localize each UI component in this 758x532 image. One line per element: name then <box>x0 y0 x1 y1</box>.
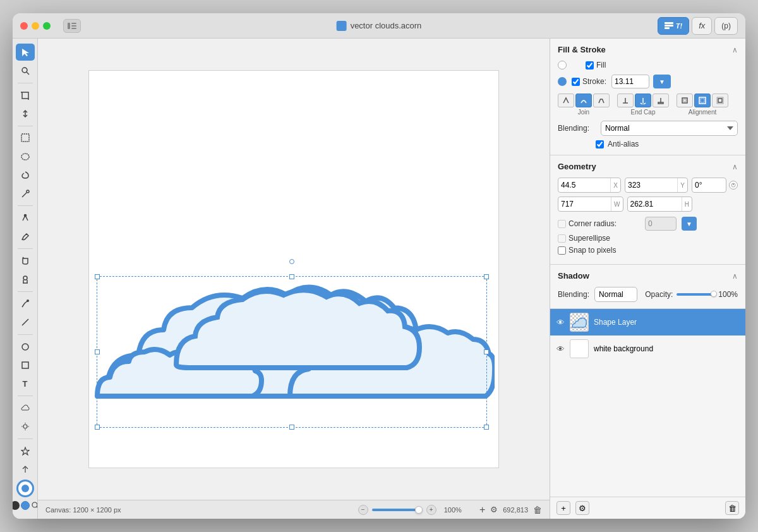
stroke-width-input[interactable] <box>611 75 649 88</box>
align-center-button[interactable] <box>694 94 711 107</box>
layer-item-bg[interactable]: 👁 white background <box>550 336 745 362</box>
rect-tool[interactable] <box>16 356 35 373</box>
endcap-label: End Cap <box>631 109 656 116</box>
settings-button[interactable]: ⚙ <box>490 505 498 514</box>
join-round-button[interactable] <box>575 94 592 107</box>
flip-tool[interactable] <box>16 105 35 122</box>
canvas-area: Canvas: 1200 × 1200 px − + 100% + ⚙ 692,… <box>38 39 550 519</box>
shadow-collapse[interactable]: ∧ <box>732 272 738 281</box>
w-input[interactable] <box>558 200 611 209</box>
shadow-title: Shadow <box>558 271 589 281</box>
geometry-collapse[interactable]: ∧ <box>732 162 738 171</box>
stroke-checkbox-label[interactable]: Stroke: <box>572 77 606 86</box>
blending-select[interactable]: Normal <box>601 121 738 136</box>
fill-stroke-collapse[interactable]: ∧ <box>732 45 738 54</box>
lasso-tool[interactable] <box>16 167 35 184</box>
maximize-button[interactable] <box>43 22 51 30</box>
toolbar-buttons: T! fx (p) <box>658 17 738 35</box>
fill-checkbox[interactable] <box>586 61 594 70</box>
antialias-checkbox[interactable] <box>596 140 604 148</box>
rect-select-tool[interactable] <box>16 130 35 147</box>
zoom-in-button[interactable]: + <box>426 505 436 515</box>
minimize-button[interactable] <box>32 22 39 30</box>
endcap-round-button[interactable] <box>635 94 651 107</box>
cloud-shape-tool[interactable] <box>16 399 35 416</box>
snap-checkbox[interactable] <box>558 246 566 255</box>
shadow-blending-select[interactable]: Normal <box>594 287 637 302</box>
delete-layer-button[interactable]: 🗑 <box>725 501 739 515</box>
svg-line-25 <box>22 319 28 325</box>
x-input[interactable] <box>558 181 610 190</box>
y-input[interactable] <box>625 181 677 190</box>
bucket-tool[interactable] <box>16 252 35 269</box>
corner-radius-input[interactable] <box>645 217 677 231</box>
handle-bot-center[interactable] <box>289 425 294 430</box>
align-outside-button[interactable] <box>712 94 728 107</box>
sidebar-toggle-button[interactable] <box>63 19 81 33</box>
delete-button[interactable]: 🗑 <box>533 505 542 515</box>
crop-tool[interactable] <box>16 87 35 104</box>
handle-bot-right[interactable] <box>484 425 489 430</box>
rotation-dial[interactable] <box>729 181 738 190</box>
join-bevel-button[interactable] <box>593 94 610 107</box>
magic-wand-tool[interactable] <box>16 185 35 202</box>
stroke-checkbox[interactable] <box>572 78 580 86</box>
endcap-butt-button[interactable] <box>617 94 634 107</box>
h-input[interactable] <box>628 200 682 209</box>
join-miter-button[interactable] <box>558 94 574 107</box>
stroke-color-swatch[interactable] <box>558 77 567 86</box>
tool-divider-3 <box>18 205 33 206</box>
layer-item-shape[interactable]: 👁 Shape Layer <box>550 309 745 336</box>
fx-label: fx <box>699 21 705 30</box>
layer-visibility-shape[interactable]: 👁 <box>556 318 565 327</box>
corner-radius-dropdown[interactable]: ▼ <box>682 217 697 231</box>
pen-tool[interactable] <box>16 209 35 226</box>
shadow-opacity-thumb[interactable] <box>711 291 717 297</box>
vector-pen-tool[interactable] <box>16 295 35 312</box>
layer-visibility-bg[interactable]: 👁 <box>556 344 565 354</box>
zoom-slider-thumb[interactable] <box>415 506 423 514</box>
zoom-small-tool[interactable] <box>31 501 39 510</box>
active-stroke-color[interactable] <box>21 501 30 510</box>
script-button[interactable]: (p) <box>714 17 738 35</box>
shadow-opacity-slider[interactable] <box>677 293 714 296</box>
ellipse-select-tool[interactable] <box>16 148 35 165</box>
layer-settings-button[interactable]: ⚙ <box>575 501 589 515</box>
line-tool[interactable] <box>16 314 35 331</box>
blending-label: Blending: <box>558 124 596 133</box>
canvas-wrapper[interactable] <box>38 39 550 500</box>
close-button[interactable] <box>20 22 28 30</box>
arrow-shape-tool[interactable] <box>16 461 35 478</box>
add-layer-button-bottom[interactable]: + <box>556 501 570 515</box>
stamp-tool[interactable] <box>16 271 35 288</box>
handle-bot-left[interactable] <box>95 425 100 430</box>
canvas[interactable] <box>88 70 499 468</box>
fx-button[interactable]: fx <box>692 17 712 35</box>
zoom-tool[interactable] <box>16 62 35 79</box>
y-field: Y <box>625 178 688 193</box>
align-inside-button[interactable] <box>677 94 693 107</box>
corner-radius-checkbox[interactable] <box>558 220 566 228</box>
zoom-out-button[interactable]: − <box>358 505 368 515</box>
sun-tool[interactable] <box>16 418 35 435</box>
fill-radio[interactable] <box>558 61 567 70</box>
fill-checkbox-label[interactable]: Fill <box>586 61 606 70</box>
layers-panel-button[interactable]: T! <box>658 17 689 35</box>
layers-section: 👁 Shape Layer 👁 white background <box>550 309 745 519</box>
text-tool[interactable]: T <box>16 375 35 392</box>
svg-rect-5 <box>665 25 673 27</box>
shape-tool[interactable] <box>16 338 35 355</box>
superellipse-checkbox[interactable] <box>558 234 566 243</box>
brush-tool[interactable] <box>16 228 35 245</box>
svg-rect-2 <box>71 25 76 27</box>
arrow-tool[interactable] <box>16 44 35 61</box>
rotation-input[interactable] <box>692 178 726 193</box>
zoom-slider[interactable] <box>372 509 423 511</box>
star-tool[interactable] <box>16 442 35 459</box>
add-layer-button[interactable]: + <box>479 504 485 516</box>
stroke-color-indicator[interactable] <box>16 480 34 497</box>
snap-label: Snap to pixels <box>568 246 616 255</box>
stroke-dropdown[interactable]: ▼ <box>653 75 671 88</box>
foreground-color[interactable] <box>13 501 20 510</box>
endcap-square-button[interactable] <box>653 94 669 107</box>
